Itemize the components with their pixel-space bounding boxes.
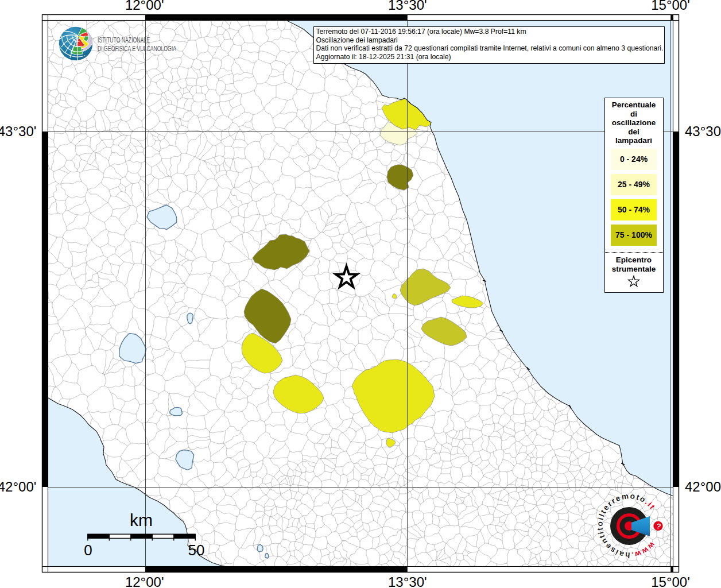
svg-text:ISTITUTO NAZIONALE: ISTITUTO NAZIONALE	[98, 36, 150, 44]
svg-text:DI GEOFISICA E VULCANOLOGIA: DI GEOFISICA E VULCANOLOGIA	[98, 45, 176, 53]
